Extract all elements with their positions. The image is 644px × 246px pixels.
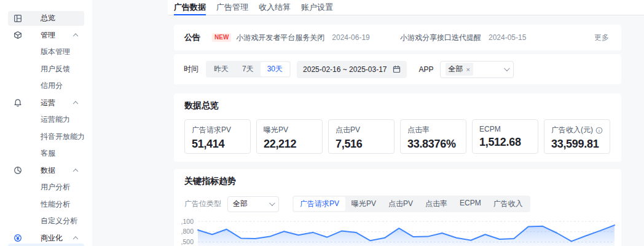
range-30d-button[interactable]: 30天 (261, 62, 289, 76)
bell-icon (14, 98, 22, 107)
more-link[interactable]: 更多 (594, 33, 609, 43)
chevron-up-icon (73, 169, 78, 174)
sidebar-item-douyin-open-ability[interactable]: 抖音开放能力 (0, 129, 92, 146)
trend-title: 关键指标趋势 (184, 176, 611, 187)
date-range-value: 2025-02-16 ~ 2025-03-17 (303, 65, 387, 74)
app-select[interactable]: 全部 × (440, 61, 514, 78)
announcement-card: 公告 NEW 小游戏开发者平台服务关闭 2024-06-19 小游戏分享接口迭代… (174, 25, 621, 50)
sidebar-item-operation-ability[interactable]: 运营能力 (0, 111, 92, 129)
stat-ecpm: ECPM 1,512.68 (472, 119, 538, 154)
close-icon[interactable]: × (466, 66, 470, 73)
slot-type-label: 广告位类型 (184, 199, 221, 209)
app-select-tag: 全部 × (446, 63, 473, 76)
info-icon[interactable] (595, 127, 603, 134)
calendar-icon (393, 65, 401, 73)
sidebar-item-version-manage[interactable]: 版本管理 (0, 44, 92, 61)
overview-title: 数据总览 (184, 100, 611, 111)
grid-icon (14, 14, 22, 23)
announcement-link-2[interactable]: 小游戏分享接口迭代提醒 (400, 33, 481, 43)
range-yesterday-button[interactable]: 昨天 (207, 62, 235, 76)
sidebar-item-custom-analysis[interactable]: 自定义分析 (0, 213, 92, 230)
time-filter-label: 时间 (184, 64, 198, 74)
announcement-title: 公告 (184, 32, 200, 43)
stat-ad-revenue: 广告收入(元) 33,599.81 (544, 119, 610, 154)
tab-ad-manage[interactable]: 广告管理 (216, 0, 248, 15)
sidebar-item-customer-service[interactable]: 客服 (0, 145, 92, 162)
chevron-up-icon (73, 101, 78, 106)
chevron-down-icon (269, 200, 275, 206)
stat-ctr: 点击率 33.8376% (400, 119, 466, 154)
trend-line-chart[interactable]: 2,1001,8001,500 (181, 208, 615, 246)
svg-text:1,800: 1,800 (181, 228, 194, 235)
sidebar-group-manage[interactable]: 管理 (0, 27, 92, 44)
announcement-date-1: 2024-06-19 (332, 33, 369, 42)
sidebar-group-data[interactable]: 数据 (0, 162, 92, 180)
date-range-picker[interactable]: 2025-02-16 ~ 2025-03-17 (297, 61, 406, 78)
stat-click-pv: 点击PV 7,516 (328, 119, 395, 154)
announcement-link-1[interactable]: 小游戏开发者平台服务关闭 (236, 33, 324, 43)
tab-account-settings[interactable]: 账户设置 (301, 0, 333, 15)
sidebar-group-label: 管理 (41, 30, 55, 41)
trend-card: 关键指标趋势 广告位类型 全部 广告请求PV 曝光PV 点击PV 点击率 ECP… (174, 169, 621, 246)
pie-icon (14, 166, 22, 175)
sidebar-item-credit-score[interactable]: 信用分 (0, 77, 92, 95)
chevron-up-icon (73, 34, 78, 39)
sidebar-item-user-feedback[interactable]: 用户反馈 (0, 61, 92, 78)
coin-icon (14, 234, 22, 242)
data-overview-card: 数据总览 广告请求PV 51,414 曝光PV 22,212 点击PV 7,51… (174, 93, 621, 162)
tab-income-settlement[interactable]: 收入结算 (259, 0, 291, 15)
sidebar-group-operation[interactable]: 运营 (0, 95, 92, 112)
range-7d-button[interactable]: 7天 (235, 62, 261, 76)
filter-card: 时间 昨天 7天 30天 2025-02-16 ~ 2025-03-17 APP… (174, 54, 621, 84)
sidebar-item-overview[interactable]: 总览 (0, 10, 92, 27)
svg-text:1,500: 1,500 (181, 238, 194, 245)
top-tabbar: 广告数据 广告管理 收入结算 账户设置 (168, 0, 644, 15)
sidebar-item-label: 总览 (41, 13, 55, 23)
cube-icon (14, 31, 22, 39)
sidebar-item-performance-analysis[interactable]: 性能分析 (0, 196, 92, 213)
sidebar: 总览 管理 版本管理 用户反馈 信用分 运营 运营能力 抖音开放能力 客服 数据 (0, 0, 92, 246)
sidebar-item-partial-selected[interactable] (8, 244, 84, 246)
stats-row: 广告请求PV 51,414 曝光PV 22,212 点击PV 7,516 点击率… (184, 119, 611, 154)
chevron-down-icon (503, 65, 509, 71)
announcement-date-2: 2024-05-15 (489, 33, 526, 42)
tab-ad-data[interactable]: 广告数据 (174, 0, 206, 15)
new-badge: NEW (212, 33, 231, 42)
chevron-up-icon (73, 237, 78, 242)
stat-ad-request-pv: 广告请求PV 51,414 (184, 119, 251, 154)
stat-impression-pv: 曝光PV 22,212 (256, 119, 323, 154)
svg-text:2,100: 2,100 (181, 218, 194, 225)
app-filter-label: APP (419, 65, 434, 74)
time-range-segmented: 昨天 7天 30天 (206, 61, 291, 77)
sidebar-item-user-analysis[interactable]: 用户分析 (0, 179, 92, 196)
